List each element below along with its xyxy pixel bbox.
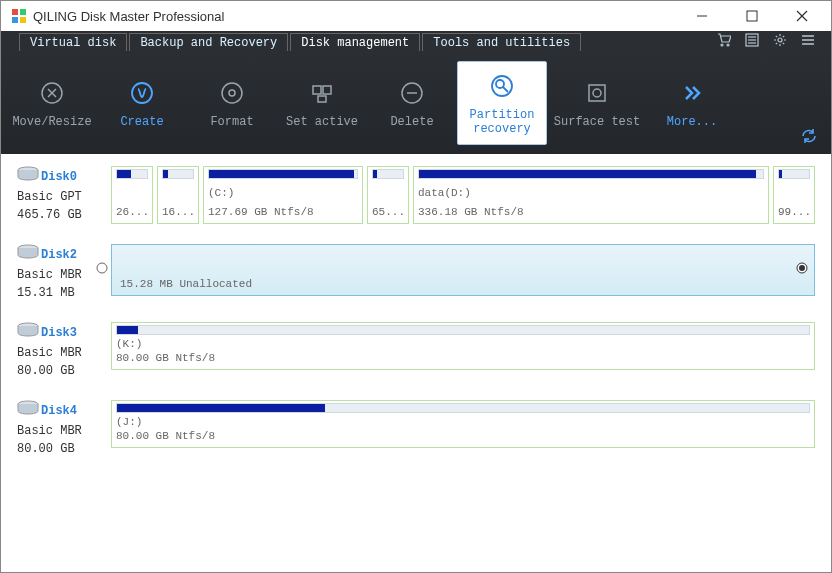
svg-point-9 [727, 44, 729, 46]
disk-row-4: Disk4 Basic MBR 80.00 GB (J:)80.00 GB Nt… [17, 400, 815, 458]
topbar-icons [717, 33, 831, 51]
tab-virtual-disk[interactable]: Virtual disk [19, 33, 127, 51]
svg-rect-23 [323, 86, 331, 94]
disk-type: Basic MBR [17, 422, 105, 440]
list-icon[interactable] [745, 33, 759, 51]
partition-unallocated-selected[interactable]: 15.28 MB Unallocated [111, 244, 815, 296]
disk-partitions: 26... 16... (C:)127.69 GB Ntfs/8 65... d… [111, 166, 815, 224]
partition[interactable]: 65... [367, 166, 409, 224]
disk-info: Disk0 Basic GPT 465.76 GB [17, 166, 105, 224]
main-tabbar: Virtual disk Backup and Recovery Disk ma… [1, 31, 831, 51]
svg-line-29 [503, 87, 508, 92]
move-resize-button[interactable]: Move/Resize [7, 69, 97, 137]
disk-size: 80.00 GB [17, 362, 105, 380]
svg-point-20 [222, 83, 242, 103]
titlebar: QILING Disk Master Professional [1, 1, 831, 31]
svg-point-19 [132, 83, 152, 103]
svg-rect-22 [313, 86, 321, 94]
svg-point-8 [721, 44, 723, 46]
partition[interactable]: 26... [111, 166, 153, 224]
more-button[interactable]: More... [647, 69, 737, 137]
svg-rect-24 [318, 96, 326, 102]
surface-test-button[interactable]: Surface test [547, 69, 647, 137]
maximize-button[interactable] [727, 1, 777, 31]
create-button[interactable]: Create [97, 69, 187, 137]
app-logo-icon [11, 8, 27, 24]
partition-c[interactable]: (C:)127.69 GB Ntfs/8 [203, 166, 363, 224]
disk-info: Disk4 Basic MBR 80.00 GB [17, 400, 105, 458]
cart-icon[interactable] [717, 33, 731, 51]
tab-disk-management[interactable]: Disk management [290, 33, 420, 51]
disk-size: 15.31 MB [17, 284, 105, 302]
more-icon [647, 77, 737, 109]
disk-name: Disk3 [41, 326, 77, 340]
disk-icon [17, 400, 39, 422]
svg-point-21 [229, 90, 235, 96]
window-title: QILING Disk Master Professional [33, 9, 677, 24]
disk-row-3: Disk3 Basic MBR 80.00 GB (K:)80.00 GB Nt… [17, 322, 815, 380]
close-button[interactable] [777, 1, 827, 31]
partition-recovery-button[interactable]: Partition recovery [457, 61, 547, 145]
disk-info: Disk3 Basic MBR 80.00 GB [17, 322, 105, 380]
disk-name: Disk2 [41, 248, 77, 262]
minimize-button[interactable] [677, 1, 727, 31]
disk-type: Basic GPT [17, 188, 105, 206]
partition[interactable]: 99... [773, 166, 815, 224]
svg-rect-2 [12, 17, 18, 23]
partition-d[interactable]: data(D:)336.18 GB Ntfs/8 [413, 166, 769, 224]
disk-partitions: (K:)80.00 GB Ntfs/8 [111, 322, 815, 380]
action-toolbar: Move/Resize Create Format Set active Del… [1, 51, 831, 154]
svg-point-14 [778, 38, 782, 42]
svg-point-31 [593, 89, 601, 97]
svg-rect-3 [20, 17, 26, 23]
partition-k[interactable]: (K:)80.00 GB Ntfs/8 [111, 322, 815, 370]
menu-icon[interactable] [801, 33, 815, 51]
format-button[interactable]: Format [187, 69, 277, 137]
move-resize-icon [7, 77, 97, 109]
disk-row-2: Disk2 Basic MBR 15.31 MB 15.28 MB Unallo… [17, 244, 815, 302]
disk-name: Disk4 [41, 404, 77, 418]
svg-rect-0 [12, 9, 18, 15]
tab-backup-recovery[interactable]: Backup and Recovery [129, 33, 288, 51]
svg-point-27 [492, 76, 512, 96]
disk-size: 465.76 GB [17, 206, 105, 224]
disk-partitions: 15.28 MB Unallocated [111, 244, 815, 302]
radio-right-icon[interactable] [796, 262, 808, 278]
disk-type: Basic MBR [17, 266, 105, 284]
gear-icon[interactable] [773, 33, 787, 51]
disk-list: Disk0 Basic GPT 465.76 GB 26... 16... (C… [1, 154, 831, 573]
svg-point-36 [799, 265, 805, 271]
svg-rect-5 [747, 11, 757, 21]
disk-name: Disk0 [41, 170, 77, 184]
svg-point-34 [97, 263, 107, 273]
create-icon [97, 77, 187, 109]
set-active-button[interactable]: Set active [277, 69, 367, 137]
refresh-icon[interactable] [801, 128, 817, 148]
disk-size: 80.00 GB [17, 440, 105, 458]
disk-icon [17, 322, 39, 344]
partition-j[interactable]: (J:)80.00 GB Ntfs/8 [111, 400, 815, 448]
disk-row-0: Disk0 Basic GPT 465.76 GB 26... 16... (C… [17, 166, 815, 224]
delete-button[interactable]: Delete [367, 69, 457, 137]
partition-recovery-icon [458, 70, 546, 102]
delete-icon [367, 77, 457, 109]
disk-icon [17, 244, 39, 266]
disk-type: Basic MBR [17, 344, 105, 362]
svg-rect-30 [589, 85, 605, 101]
format-icon [187, 77, 277, 109]
surface-test-icon [547, 77, 647, 109]
partition[interactable]: 16... [157, 166, 199, 224]
disk-icon [17, 166, 39, 188]
svg-point-28 [496, 80, 504, 88]
svg-rect-1 [20, 9, 26, 15]
disk-info: Disk2 Basic MBR 15.31 MB [17, 244, 105, 302]
radio-left-icon[interactable] [96, 262, 108, 278]
set-active-icon [277, 77, 367, 109]
disk-partitions: (J:)80.00 GB Ntfs/8 [111, 400, 815, 458]
tab-tools-utilities[interactable]: Tools and utilities [422, 33, 581, 51]
